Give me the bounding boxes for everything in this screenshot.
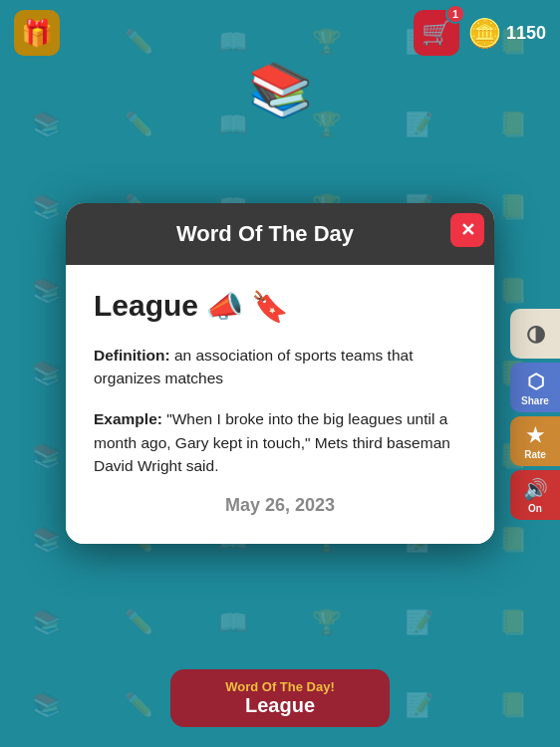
modal-title: Word Of The Day	[86, 221, 444, 247]
word-title: League	[94, 289, 198, 323]
modal-header: Word Of The Day ✕	[66, 203, 494, 265]
definition-block: Definition: an association of sports tea…	[94, 344, 466, 390]
word-title-row: League 📣 🔖	[94, 289, 466, 324]
modal-overlay: Word Of The Day ✕ League 📣 🔖 Definition:…	[0, 0, 560, 747]
modal-body: League 📣 🔖 Definition: an association of…	[66, 265, 494, 544]
close-button[interactable]: ✕	[450, 213, 484, 247]
word-of-the-day-modal: Word Of The Day ✕ League 📣 🔖 Definition:…	[66, 203, 494, 544]
example-label: Example:	[94, 410, 162, 427]
date-text: May 26, 2023	[94, 495, 466, 516]
example-block: Example: "When I broke into the big leag…	[94, 407, 466, 477]
megaphone-icon: 📣	[206, 289, 243, 324]
bookmark-icon: 🔖	[251, 289, 288, 324]
definition-label: Definition:	[94, 347, 170, 364]
